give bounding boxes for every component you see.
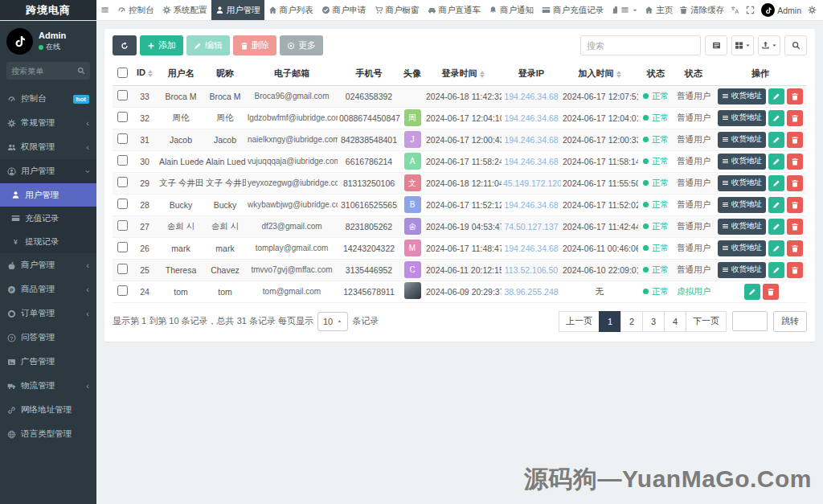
topnav-item-console[interactable]: 控制台	[113, 0, 158, 20]
topnav-item-merchant-recharge[interactable]: 商户充值记录	[538, 0, 608, 20]
ip-link[interactable]: 113.52.106.50	[505, 265, 558, 275]
sidebar-item-ad[interactable]: 广告管理	[0, 350, 96, 374]
edit-button[interactable]	[768, 240, 784, 256]
ip-link[interactable]: 38.96.255.248	[504, 287, 558, 297]
topnav-item-product-list[interactable]: 商品列表	[608, 0, 617, 20]
delete-button[interactable]	[787, 110, 803, 126]
delete-button[interactable]	[787, 132, 803, 148]
more-button[interactable]: 更多	[280, 35, 323, 55]
row-checkbox[interactable]	[117, 90, 128, 100]
row-checkbox[interactable]	[117, 285, 128, 296]
address-button[interactable]: 收货地址	[718, 175, 766, 191]
page-button-3[interactable]: 3	[642, 311, 665, 332]
topnav-fullscreen[interactable]	[743, 6, 758, 14]
page-size-select[interactable]: 10	[317, 312, 348, 331]
delete-button[interactable]	[787, 154, 803, 170]
edit-button[interactable]	[768, 219, 784, 235]
column-header-8[interactable]: 加入时间	[561, 63, 638, 85]
delete-button[interactable]	[787, 240, 803, 256]
sidebar-search-input[interactable]	[11, 67, 77, 76]
topnav-settings[interactable]	[805, 6, 820, 14]
edit-button[interactable]	[768, 262, 784, 278]
address-button[interactable]: 收货地址	[718, 197, 766, 213]
edit-button[interactable]	[768, 154, 784, 170]
topnav-translate[interactable]	[727, 6, 743, 14]
delete-button[interactable]	[787, 175, 803, 191]
topnav-item-merchant-apply[interactable]: 商户申请	[317, 0, 371, 20]
sidebar-item-product[interactable]: P商品管理‹	[0, 277, 96, 301]
delete-toolbar-button[interactable]: 删除	[233, 35, 276, 55]
ip-link[interactable]: 194.246.34.68	[504, 200, 558, 210]
page-button-4[interactable]: 4	[664, 311, 686, 332]
address-button[interactable]: 收货地址	[718, 110, 766, 126]
page-button-2[interactable]: 2	[620, 311, 643, 332]
edit-toolbar-button[interactable]: 编辑	[186, 35, 230, 55]
ip-link[interactable]: 74.50.127.137	[504, 222, 558, 232]
sidebar-item-merchant[interactable]: 商户管理‹	[0, 253, 96, 277]
topnav-item-merchant-express[interactable]: 商户直通车	[424, 0, 485, 20]
add-button[interactable]: 添加	[140, 35, 183, 55]
sidebar-subitem-recharge-records[interactable]: 充值记录	[0, 207, 96, 230]
sidebar-item-general[interactable]: 常规管理‹	[0, 111, 96, 135]
next-page-button[interactable]: 下一页	[686, 311, 727, 332]
sidebar-item-language-type[interactable]: 语言类型管理	[0, 422, 96, 446]
sidebar-subitem-user-list[interactable]: 用户管理	[0, 183, 96, 207]
edit-button[interactable]	[768, 110, 784, 126]
sidebar-item-order[interactable]: 订单管理‹	[0, 301, 96, 326]
edit-button[interactable]	[768, 197, 784, 213]
topnav-item-user-management[interactable]: 用户管理	[211, 0, 264, 20]
delete-button[interactable]	[787, 219, 803, 235]
row-checkbox[interactable]	[117, 112, 128, 122]
delete-button[interactable]	[763, 284, 779, 300]
select-all-checkbox[interactable]	[117, 68, 128, 78]
topnav-item-merchant-showcase[interactable]: 商户橱窗	[371, 0, 424, 20]
export-button[interactable]	[758, 35, 780, 55]
address-button[interactable]: 收货地址	[718, 240, 766, 256]
topnav-item-system-config[interactable]: 系统配置	[158, 0, 211, 20]
ip-link[interactable]: 194.246.34.68	[504, 135, 558, 145]
ip-link[interactable]: 45.149.172.120	[503, 178, 561, 188]
ip-link[interactable]: 194.246.34.68	[504, 113, 558, 123]
sidebar-item-console[interactable]: 控制台hot	[0, 87, 96, 111]
sidebar-item-network-address[interactable]: 网络地址管理	[0, 398, 96, 422]
jump-button[interactable]: 跳转	[773, 311, 807, 332]
row-checkbox[interactable]	[117, 220, 128, 231]
edit-button[interactable]	[768, 175, 784, 191]
columns-button[interactable]	[731, 35, 754, 55]
prev-page-button[interactable]: 上一页	[559, 311, 600, 332]
topnav-clear-cache[interactable]: 清除缓存	[676, 5, 727, 16]
search-toggle-button[interactable]	[784, 35, 807, 55]
delete-button[interactable]	[787, 197, 803, 213]
address-button[interactable]: 收货地址	[718, 154, 766, 170]
edit-button[interactable]	[768, 132, 784, 148]
delete-button[interactable]	[787, 262, 803, 278]
table-search-input[interactable]	[580, 35, 701, 55]
ip-link[interactable]: 194.246.34.68	[504, 157, 558, 166]
ip-link[interactable]: 194.246.34.68	[504, 92, 558, 101]
topnav-item-sidebar-toggle[interactable]	[96, 0, 113, 20]
sidebar-item-user[interactable]: 用户管理‹	[0, 159, 96, 183]
column-header-0[interactable]: ID	[132, 63, 158, 85]
row-checkbox[interactable]	[117, 242, 128, 252]
ip-link[interactable]: 194.246.34.68	[504, 244, 558, 253]
address-button[interactable]: 收货地址	[718, 132, 766, 148]
topnav-item-merchant-notice[interactable]: 商户通知	[485, 0, 538, 20]
sidebar-item-permission[interactable]: 权限管理‹	[0, 135, 96, 159]
jump-page-input[interactable]	[732, 311, 768, 331]
row-checkbox[interactable]	[117, 133, 128, 144]
edit-button[interactable]	[744, 284, 760, 300]
edit-button[interactable]	[768, 88, 784, 104]
row-checkbox[interactable]	[117, 264, 128, 274]
row-checkbox[interactable]	[117, 155, 128, 166]
delete-button[interactable]	[787, 88, 803, 104]
sidebar-item-qa[interactable]: ?问答管理	[0, 326, 96, 350]
refresh-button[interactable]	[113, 35, 137, 55]
topnav-item-merchant-list[interactable]: 商户列表	[264, 0, 317, 20]
row-checkbox[interactable]	[117, 199, 128, 209]
column-header-6[interactable]: 登录时间	[424, 63, 502, 85]
topnav-homepage[interactable]: 主页	[641, 5, 676, 16]
toggle-detail-view-button[interactable]	[705, 35, 727, 55]
row-checkbox[interactable]	[117, 177, 128, 187]
topnav-user[interactable]: Admin	[758, 3, 805, 17]
page-button-1[interactable]: 1	[599, 311, 621, 332]
